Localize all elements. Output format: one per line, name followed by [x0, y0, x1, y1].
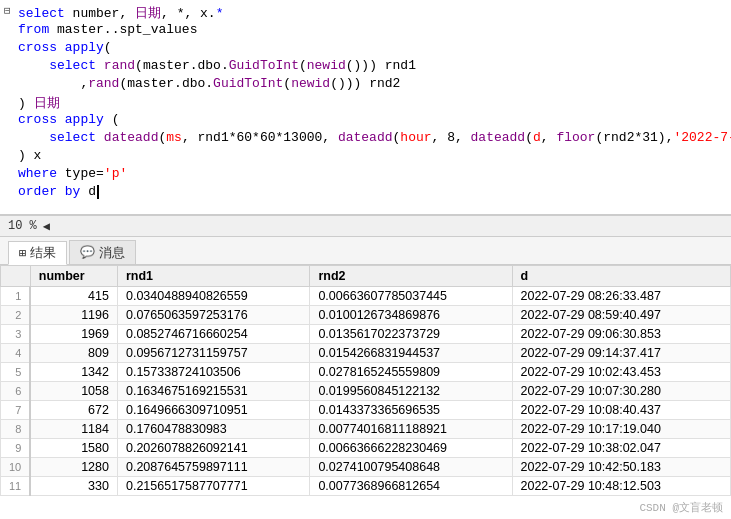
cell-9-2: 0.2087645759897111 — [117, 458, 309, 477]
grid-icon: ⊞ — [19, 246, 26, 261]
cell-8-3: 0.00663666228230469 — [310, 439, 512, 458]
code-text: select number, 日期, *, x.* — [18, 4, 727, 22]
code-text: cross apply( — [18, 40, 727, 55]
code-line-11: order by d — [0, 184, 731, 202]
scroll-left-arrow[interactable]: ◀ — [43, 219, 50, 234]
row-num-cell: 1 — [1, 287, 31, 306]
cell-5-4: 2022-07-29 10:07:30.280 — [512, 382, 731, 401]
code-line-5: ,rand(master.dbo.GuidToInt(newid())) rnd… — [0, 76, 731, 94]
cell-10-4: 2022-07-29 10:48:12.503 — [512, 477, 731, 496]
tab-results-label: 结果 — [30, 244, 56, 262]
code-line-4: select rand(master.dbo.GuidToInt(newid()… — [0, 58, 731, 76]
table-row: 1012800.20876457598971110.02741007954086… — [1, 458, 731, 477]
table-row: 513420.1573387241035060.0278165245559809… — [1, 363, 731, 382]
cell-2-1: 1969 — [30, 325, 117, 344]
col-rnd1-header: rnd1 — [117, 266, 309, 287]
code-line-7: cross apply ( — [0, 112, 731, 130]
watermark: CSDN @文盲老顿 — [639, 500, 723, 515]
zoom-level: 10 % — [8, 219, 37, 233]
tab-messages[interactable]: 💬 消息 — [69, 240, 136, 264]
table-row: 14150.03404889408265590.0066360778503744… — [1, 287, 731, 306]
cell-1-3: 0.0100126734869876 — [310, 306, 512, 325]
cell-10-1: 330 — [30, 477, 117, 496]
tab-results[interactable]: ⊞ 结果 — [8, 241, 67, 265]
cell-6-4: 2022-07-29 10:08:40.437 — [512, 401, 731, 420]
code-text: from master..spt_values — [18, 22, 727, 37]
row-num-cell: 5 — [1, 363, 31, 382]
code-text: select dateadd(ms, rnd1*60*60*13000, dat… — [18, 130, 731, 145]
row-num-header — [1, 266, 31, 287]
results-area[interactable]: number rnd1 rnd2 d 14150.034048894082655… — [0, 265, 731, 519]
cell-5-2: 0.1634675169215531 — [117, 382, 309, 401]
cell-6-3: 0.0143373365696535 — [310, 401, 512, 420]
cell-4-1: 1342 — [30, 363, 117, 382]
cell-5-3: 0.0199560845122132 — [310, 382, 512, 401]
msg-icon: 💬 — [80, 245, 95, 260]
row-num-cell: 2 — [1, 306, 31, 325]
cell-7-1: 1184 — [30, 420, 117, 439]
cell-9-4: 2022-07-29 10:42:50.183 — [512, 458, 731, 477]
cell-3-1: 809 — [30, 344, 117, 363]
code-line-6: ) 日期 — [0, 94, 731, 112]
row-num-cell: 11 — [1, 477, 31, 496]
cell-5-1: 1058 — [30, 382, 117, 401]
cell-3-2: 0.0956712731159757 — [117, 344, 309, 363]
cell-1-4: 2022-07-29 08:59:40.497 — [512, 306, 731, 325]
code-text: cross apply ( — [18, 112, 727, 127]
cell-7-4: 2022-07-29 10:17:19.040 — [512, 420, 731, 439]
cell-8-4: 2022-07-29 10:38:02.047 — [512, 439, 731, 458]
cell-7-2: 0.1760478830983 — [117, 420, 309, 439]
collapse-icon[interactable]: ⊟ — [4, 4, 18, 17]
table-row: 48090.09567127311597570.0154266831944537… — [1, 344, 731, 363]
code-text: order by d — [18, 184, 727, 199]
cell-8-2: 0.2026078826092141 — [117, 439, 309, 458]
cell-0-1: 415 — [30, 287, 117, 306]
code-text: ) 日期 — [18, 94, 727, 112]
cell-9-1: 1280 — [30, 458, 117, 477]
cell-6-2: 0.1649666309710951 — [117, 401, 309, 420]
cell-2-3: 0.0135617022373729 — [310, 325, 512, 344]
row-num-cell: 4 — [1, 344, 31, 363]
cell-10-3: 0.0077368966812654 — [310, 477, 512, 496]
cell-7-3: 0.00774016811188921 — [310, 420, 512, 439]
row-num-cell: 10 — [1, 458, 31, 477]
zoom-bar: 10 % ◀ — [0, 215, 731, 237]
table-row: 811840.17604788309830.007740168111889212… — [1, 420, 731, 439]
cell-2-2: 0.0852746716660254 — [117, 325, 309, 344]
row-num-cell: 6 — [1, 382, 31, 401]
col-number-header: number — [30, 266, 117, 287]
table-row: 113300.21565175877077710.007736896681265… — [1, 477, 731, 496]
code-line-10: where type='p' — [0, 166, 731, 184]
cell-0-2: 0.0340488940826559 — [117, 287, 309, 306]
code-text: select rand(master.dbo.GuidToInt(newid()… — [18, 58, 727, 73]
cell-4-4: 2022-07-29 10:02:43.453 — [512, 363, 731, 382]
code-text: ,rand(master.dbo.GuidToInt(newid())) rnd… — [18, 76, 727, 91]
results-table: number rnd1 rnd2 d 14150.034048894082655… — [0, 265, 731, 496]
code-line-3: cross apply( — [0, 40, 731, 58]
cell-0-3: 0.00663607785037445 — [310, 287, 512, 306]
code-line-2: from master..spt_values — [0, 22, 731, 40]
cell-0-4: 2022-07-29 08:26:33.487 — [512, 287, 731, 306]
cell-3-4: 2022-07-29 09:14:37.417 — [512, 344, 731, 363]
cell-6-1: 672 — [30, 401, 117, 420]
tabs-bar: ⊞ 结果 💬 消息 — [0, 237, 731, 265]
table-row: 76720.16496663097109510.0143373365696535… — [1, 401, 731, 420]
code-editor[interactable]: ⊟ select number, 日期, *, x.* from master.… — [0, 0, 731, 215]
cell-2-4: 2022-07-29 09:06:30.853 — [512, 325, 731, 344]
col-rnd2-header: rnd2 — [310, 266, 512, 287]
row-num-cell: 8 — [1, 420, 31, 439]
cell-1-1: 1196 — [30, 306, 117, 325]
code-line-9: ) x — [0, 148, 731, 166]
tab-messages-label: 消息 — [99, 244, 125, 262]
cell-3-3: 0.0154266831944537 — [310, 344, 512, 363]
row-num-cell: 9 — [1, 439, 31, 458]
row-num-cell: 7 — [1, 401, 31, 420]
table-row: 915800.20260788260921410.006636662282304… — [1, 439, 731, 458]
code-line-8: select dateadd(ms, rnd1*60*60*13000, dat… — [0, 130, 731, 148]
table-row: 319690.08527467166602540.013561702237372… — [1, 325, 731, 344]
code-text: where type='p' — [18, 166, 727, 181]
row-num-cell: 3 — [1, 325, 31, 344]
cell-8-1: 1580 — [30, 439, 117, 458]
code-text: ) x — [18, 148, 727, 163]
cell-9-3: 0.0274100795408648 — [310, 458, 512, 477]
